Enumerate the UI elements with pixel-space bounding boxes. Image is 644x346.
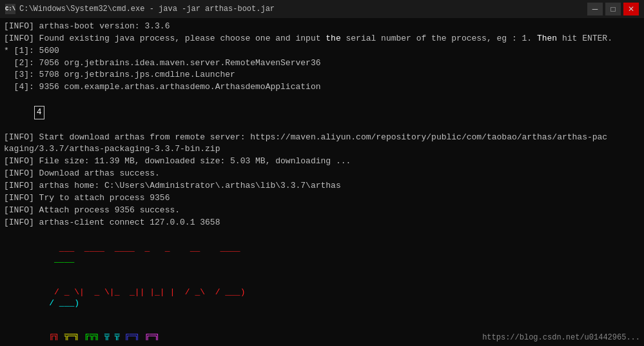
line-8: kaging/3.3.7/arthas-packaging-3.3.7-bin.… <box>4 143 640 156</box>
line-10: [INFO] Download arthas success. <box>4 168 640 180</box>
line-13: [INFO] Attach process 9356 success. <box>4 205 640 217</box>
line-input: 4 <box>4 94 640 132</box>
line-11: [INFO] arthas home: C:\Users\Administrat… <box>4 180 640 192</box>
window-title: C:\Windows\System32\cmd.exe - java -jar … <box>19 5 587 14</box>
line-3: * [1]: 5600 <box>4 45 640 57</box>
watermark: https://blog.csdn.net/u01442965... <box>482 333 640 342</box>
line-7: [INFO] Start download arthas from remote… <box>4 132 640 144</box>
logo-row-1: ___ ____ ____ _ _ __ ____ ____ <box>4 232 640 276</box>
titlebar: C:\ C:\Windows\System32\cmd.exe - java -… <box>0 0 644 18</box>
minimize-button[interactable]: ─ <box>587 3 603 15</box>
app-icon: C:\ <box>5 4 15 14</box>
logo-row-2: / _ \| _ \|_ _|| |_| | / _\ / ___) / ___… <box>4 276 640 320</box>
line-9: [INFO] File size: 11.39 MB, downloaded s… <box>4 156 640 168</box>
line-14: [INFO] arthas-client connect 127.0.0.1 3… <box>4 217 640 229</box>
maximize-button[interactable]: □ <box>605 3 621 15</box>
line-5: [3]: 5708 org.jetbrains.jps.cmdline.Laun… <box>4 69 640 81</box>
line-2: [INFO] Found existing java process, plea… <box>4 33 640 45</box>
line-6: [4]: 9356 com.example.arthas.arthasdemo.… <box>4 81 640 94</box>
window: C:\ C:\Windows\System32\cmd.exe - java -… <box>0 0 644 346</box>
terminal-body[interactable]: [INFO] arthas-boot version: 3.3.6 [INFO]… <box>0 18 644 346</box>
window-controls: ─ □ ✕ <box>587 3 639 15</box>
line-1: [INFO] arthas-boot version: 3.3.6 <box>4 21 640 33</box>
line-4: [2]: 7056 org.jetbrains.idea.maven.serve… <box>4 57 640 70</box>
close-button[interactable]: ✕ <box>623 3 639 15</box>
line-12: [INFO] Try to attach process 9356 <box>4 192 640 205</box>
arthas-logo: ___ ____ ____ _ _ __ ____ ____ / _ \| _ … <box>4 232 640 346</box>
